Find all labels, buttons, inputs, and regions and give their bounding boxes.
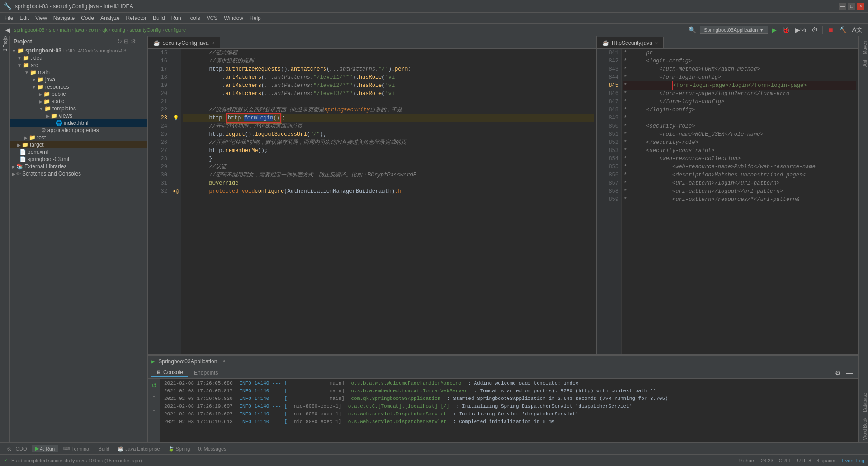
messages-tab[interactable]: 0: Messages <box>194 445 230 452</box>
tree-arrow[interactable]: ▶ <box>39 92 42 97</box>
minimize-sidebar-icon[interactable]: — <box>138 38 144 45</box>
tree-item-test[interactable]: ▶ 📁 test <box>10 134 147 141</box>
tree-arrow[interactable]: ▶ <box>17 143 21 147</box>
tree-item-java[interactable]: ▼ 📁 java <box>10 76 147 83</box>
minimize-button[interactable]: — <box>839 3 846 10</box>
event-log[interactable]: Event Log <box>842 458 864 463</box>
breadcrumb-com[interactable]: com <box>89 27 98 33</box>
run-button[interactable]: ▶ <box>770 25 778 34</box>
ant-tab[interactable]: Ant <box>859 57 868 69</box>
tree-arrow[interactable]: ▼ <box>32 77 36 82</box>
indent-size[interactable]: 4 spaces <box>816 458 836 463</box>
run-config-dropdown[interactable]: Springboot03Application ▼ <box>700 26 768 34</box>
close-run-icon[interactable]: × <box>222 359 225 364</box>
menu-file[interactable]: File <box>2 14 16 22</box>
breadcrumb-java[interactable]: java <box>75 27 84 33</box>
menu-refactor[interactable]: Refactor <box>123 14 149 22</box>
menu-tools[interactable]: Tools <box>185 14 203 22</box>
line-ending[interactable]: CRLF <box>779 458 792 463</box>
tree-arrow[interactable]: ▶ <box>39 99 42 104</box>
todo-tab[interactable]: 6: TODO <box>4 445 31 452</box>
code-content[interactable]: //链式编程 //请求授权的规则 http.authorizeRequests(… <box>181 49 596 354</box>
tree-item-main[interactable]: ▼ 📁 main <box>10 69 147 76</box>
back-button[interactable]: ◀ <box>4 25 12 34</box>
tree-arrow[interactable]: ▶ <box>12 171 15 176</box>
tree-item-index-html[interactable]: 🌐 index.html <box>10 119 147 127</box>
tree-item-iml[interactable]: 📄 springboot-03.iml <box>10 156 147 163</box>
restart-button[interactable]: ↺ <box>149 380 159 390</box>
tab-http-security[interactable]: ☕ HttpSecurity.java × <box>597 37 664 48</box>
breadcrumb-class[interactable]: securityConfig <box>129 27 161 33</box>
debug-button[interactable]: 🐞 <box>780 25 792 34</box>
word-book-tab[interactable]: Word Book <box>859 415 868 442</box>
scroll-down-button[interactable]: ↓ <box>149 404 159 414</box>
breadcrumb-project[interactable]: springboot-03 <box>14 27 44 33</box>
endpoints-tab[interactable]: Endpoints <box>189 368 222 377</box>
database-tab[interactable]: Database <box>859 390 868 415</box>
tree-item-ext-libs[interactable]: ▶ 📚 External Libraries <box>10 163 147 170</box>
menu-vcs[interactable]: VCS <box>204 14 221 22</box>
menu-code[interactable]: Code <box>78 14 97 22</box>
breadcrumb-main[interactable]: main <box>60 27 71 33</box>
tree-item-views[interactable]: ▶ 📁 views <box>10 112 147 119</box>
tree-item-app-props[interactable]: ⚙ application.properties <box>10 127 147 134</box>
build-project-button[interactable]: 🔨 <box>837 25 849 34</box>
close-button[interactable]: × <box>857 3 864 10</box>
tree-arrow[interactable]: ▶ <box>12 164 15 169</box>
breadcrumb-method[interactable]: configure <box>165 27 186 33</box>
settings-bottom-icon[interactable]: ⚙ <box>833 368 843 377</box>
stop-button[interactable]: ⏹ <box>826 25 835 34</box>
maven-tab[interactable]: Maven <box>859 38 868 57</box>
build-tab[interactable]: Build <box>95 445 113 452</box>
terminal-tab[interactable]: ⌨ Terminal <box>59 445 94 452</box>
maximize-button[interactable]: □ <box>848 3 855 10</box>
tree-item-resources[interactable]: ▼ 📁 resources <box>10 83 147 90</box>
java-enterprise-tab[interactable]: ☕ Java Enterprise <box>114 445 163 452</box>
tree-arrow[interactable]: ▼ <box>17 63 22 68</box>
translate-button[interactable]: A文 <box>850 25 864 35</box>
cursor-position[interactable]: 23:23 <box>761 458 774 463</box>
console-output[interactable]: 2021-02-08 17:26:05.680 INFO 14140 --- [… <box>160 379 858 442</box>
breadcrumb-qk[interactable]: qk <box>102 27 108 33</box>
tree-arrow[interactable]: ▼ <box>39 106 43 111</box>
menu-run[interactable]: Run <box>169 14 184 22</box>
menu-navigate[interactable]: Navigate <box>51 14 77 22</box>
tab-close-icon[interactable]: × <box>211 40 214 46</box>
tree-arrow[interactable]: ▼ <box>17 56 22 61</box>
menu-view[interactable]: View <box>33 14 50 22</box>
tree-item-static[interactable]: ▶ 📁 static <box>10 98 147 105</box>
search-everywhere-button[interactable]: 🔍 <box>687 25 698 34</box>
tree-item-idea[interactable]: ▼ 📁 .idea <box>10 54 147 62</box>
menu-build[interactable]: Build <box>150 14 168 22</box>
collapse-all-icon[interactable]: ⊟ <box>124 38 129 45</box>
scroll-up-button[interactable]: ↑ <box>149 392 159 402</box>
spring-tab[interactable]: 🍃 Spring <box>165 445 194 452</box>
tree-item-src[interactable]: ▼ 📁 src <box>10 62 147 69</box>
tree-arrow[interactable]: ▼ <box>24 70 29 75</box>
http-code-content[interactable]: * pr * <login-config> * <auth-method>FOR… <box>622 49 858 354</box>
tab-security-config[interactable]: ☕ securityConfig.java × <box>148 37 220 48</box>
run-bottom-tab[interactable]: ▶ 4: Run <box>32 445 58 452</box>
breadcrumb-config[interactable]: config <box>112 27 125 33</box>
tree-item-templates[interactable]: ▼ 📁 templates <box>10 105 147 112</box>
menu-edit[interactable]: Edit <box>17 14 32 22</box>
tree-item-root[interactable]: ▼ 📁 springboot-03 D:\IDEA\Code\springboo… <box>10 47 147 54</box>
panel-tab-project[interactable]: 1:Project <box>1 38 9 46</box>
menu-analyze[interactable]: Analyze <box>98 14 123 22</box>
console-tab[interactable]: 🖥 Console <box>151 368 188 377</box>
tree-arrow[interactable]: ▶ <box>46 114 50 119</box>
close-bottom-icon[interactable]: — <box>844 368 854 377</box>
settings-icon[interactable]: ⚙ <box>131 38 136 45</box>
sync-icon[interactable]: ↻ <box>117 38 122 45</box>
tree-item-pom[interactable]: 📄 pom.xml <box>10 148 147 156</box>
tab-close-icon[interactable]: × <box>655 40 658 46</box>
tree-arrow[interactable]: ▼ <box>12 48 16 53</box>
tree-arrow[interactable]: ▼ <box>32 85 36 90</box>
window-controls[interactable]: — □ × <box>839 3 864 10</box>
menu-window[interactable]: Window <box>221 14 246 22</box>
tree-item-target[interactable]: ▶ 📁 target <box>10 141 147 148</box>
profile-button[interactable]: ⏱ <box>810 25 820 34</box>
tree-item-scratches[interactable]: ▶ ✏ Scratches and Consoles <box>10 170 147 177</box>
breadcrumb-src[interactable]: src <box>49 27 56 33</box>
run-with-coverage-button[interactable]: ▶% <box>793 25 807 34</box>
